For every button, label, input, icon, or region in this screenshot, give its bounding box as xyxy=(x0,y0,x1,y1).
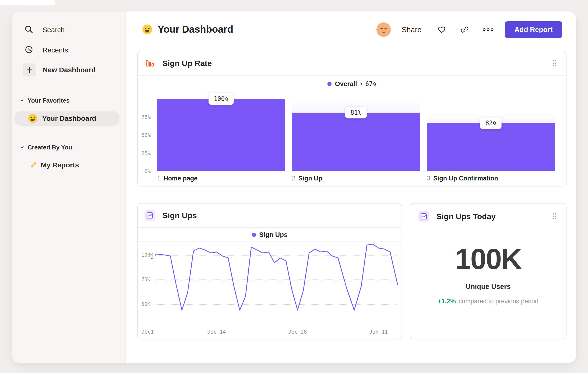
funnel-x-axis: 1 Home page 2 Sign Up 3 Sign Up Confirma… xyxy=(157,175,555,182)
sidebar-item-label: My Reports xyxy=(41,161,79,169)
stat-label: Unique Users xyxy=(410,282,566,291)
funnel-chart: 100% 81% 82% xyxy=(157,99,555,171)
line-chart-icon xyxy=(144,210,155,221)
y-tick-label: 50K xyxy=(141,302,152,307)
legend-value: 67% xyxy=(365,81,376,87)
sidebar-item-label: New Dashboard xyxy=(43,66,96,74)
card-header: Sign Ups xyxy=(138,203,402,228)
funnel-bar-value-label: 81% xyxy=(345,107,367,118)
line-x-axis: Dec1Dec 14Dec 28Jan 11 xyxy=(141,329,398,337)
line-chart-icon xyxy=(418,211,429,222)
more-icon[interactable] xyxy=(483,28,494,31)
heart-icon[interactable] xyxy=(437,25,446,34)
stat-card: Sign Ups Today 100K Unique Users +1.2% c… xyxy=(410,203,567,339)
line-series xyxy=(141,244,398,330)
window-edge-artifact xyxy=(0,0,55,5)
section-your-favorites[interactable]: Your Favorites xyxy=(12,94,125,107)
link-icon[interactable] xyxy=(460,25,469,34)
legend-sign-ups[interactable]: Sign Ups xyxy=(138,228,402,242)
y-tick-label: 75% xyxy=(141,114,151,120)
y-tick-label: 25% xyxy=(141,150,151,156)
legend-separator: • xyxy=(360,81,362,87)
sidebar-item-search[interactable]: Search xyxy=(12,23,125,37)
stat-delta: +1.2% compared to previous period xyxy=(410,298,566,305)
y-tick-label: 100K xyxy=(141,252,155,258)
step-name: Sign Up Confirmation xyxy=(433,175,498,182)
chevron-down-icon xyxy=(20,145,24,150)
drag-handle-icon[interactable] xyxy=(553,60,557,67)
pencil-icon xyxy=(29,161,38,169)
funnel-bar-fill xyxy=(427,123,555,171)
line-chart[interactable]: 100K75K50K xyxy=(141,244,398,330)
funnel-step-label: 1 Home page xyxy=(157,175,285,182)
funnel-step-label: 2 Sign Up xyxy=(292,175,420,182)
section-title: Created By You xyxy=(28,144,72,151)
clock-icon xyxy=(24,45,34,55)
sidebar-item-your-dashboard[interactable]: Your Dashboard xyxy=(14,111,120,126)
card-header: Sign Up Rate xyxy=(138,51,566,76)
y-tick-label: 50% xyxy=(141,132,151,138)
funnel-bar-value-label: 82% xyxy=(480,117,502,129)
page-title: Your Dashboard xyxy=(142,22,233,37)
smiley-icon xyxy=(142,24,153,35)
legend-label: Sign Ups xyxy=(259,231,287,239)
avatar[interactable] xyxy=(376,22,391,37)
step-name: Home page xyxy=(164,175,198,182)
add-report-button[interactable]: Add Report xyxy=(505,21,562,38)
card-title: Sign Ups xyxy=(162,211,197,220)
y-tick-label: 75K xyxy=(141,277,152,282)
funnel-bar-home-page[interactable]: 100% xyxy=(157,99,285,171)
page-title-text: Your Dashboard xyxy=(158,24,233,35)
step-index: 2 xyxy=(292,175,295,182)
funnel-bar-sign-up[interactable]: 81% xyxy=(292,99,420,171)
card-title: Sign Up Rate xyxy=(162,59,212,68)
sidebar: Search Recents New Dashboard xyxy=(12,11,126,363)
smiley-icon xyxy=(28,113,38,123)
legend-label: Overall xyxy=(335,80,357,88)
legend-dot xyxy=(327,82,332,86)
header-actions: Share Add Report xyxy=(376,21,562,38)
y-tick-label: 0% xyxy=(145,168,151,174)
funnel-chart-icon xyxy=(144,58,155,69)
sidebar-item-recents[interactable]: Recents xyxy=(12,43,125,57)
step-index: 1 xyxy=(157,175,160,182)
funnel-bar-fill xyxy=(292,113,420,171)
stat-value: 100K xyxy=(410,244,566,273)
sidebar-item-label: Your Dashboard xyxy=(42,114,96,122)
section-title: Your Favorites xyxy=(28,97,70,104)
funnel-bar-fill xyxy=(157,99,285,171)
card-header: Sign Ups Today xyxy=(410,203,566,229)
chevron-down-icon xyxy=(20,98,24,103)
delta-note: compared to previous period xyxy=(459,298,538,305)
main-content: Your Dashboard Share xyxy=(126,11,576,363)
sidebar-item-label: Recents xyxy=(42,46,68,54)
line-chart-card: Sign Ups Sign Ups 100K75K50K Dec1Dec 14D… xyxy=(137,203,402,339)
card-title: Sign Ups Today xyxy=(436,212,496,221)
drag-handle-icon[interactable] xyxy=(553,213,557,220)
app-window: Search Recents New Dashboard xyxy=(12,11,577,363)
plus-icon xyxy=(23,63,36,76)
section-created-by-you[interactable]: Created By You xyxy=(12,141,125,154)
funnel-step-label: 3 Sign Up Confirmation xyxy=(427,175,555,182)
delta-percent: +1.2% xyxy=(438,298,456,305)
search-icon xyxy=(24,25,34,35)
share-button[interactable]: Share xyxy=(402,25,421,34)
funnel-bar-sign-up-confirmation[interactable]: 82% xyxy=(427,99,555,171)
funnel-bar-value-label: 100% xyxy=(208,93,234,105)
step-name: Sign Up xyxy=(298,175,322,182)
sidebar-item-label: Search xyxy=(42,26,65,34)
legend-dot xyxy=(252,233,256,237)
sidebar-item-my-reports[interactable]: My Reports xyxy=(12,158,125,172)
legend-overall[interactable]: Overall • 67% xyxy=(138,76,566,92)
funnel-y-axis: 75%50%25%0% xyxy=(138,99,153,171)
funnel-card: Sign Up Rate Overall • 67% 75%50%25%0% xyxy=(137,51,567,186)
step-index: 3 xyxy=(427,175,430,182)
sidebar-item-new-dashboard[interactable]: New Dashboard xyxy=(12,63,125,76)
